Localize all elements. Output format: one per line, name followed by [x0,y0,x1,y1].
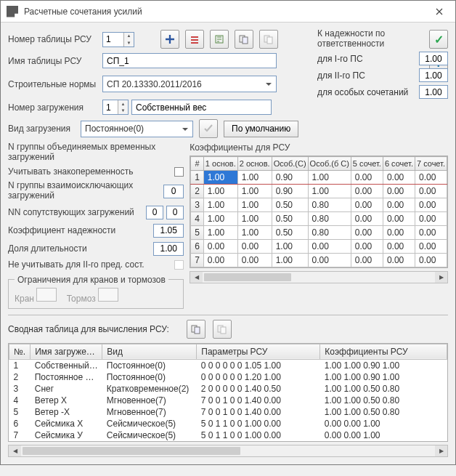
coeff-cell[interactable]: 1.00 [237,185,272,198]
coeff-cell[interactable]: 0.00 [415,171,447,185]
ps-special-input[interactable] [419,85,448,99]
coeff-cell[interactable]: 1.00 [272,240,308,254]
coeff-cell[interactable]: 0.00 [351,226,383,240]
coeff-cell[interactable]: 0.00 [203,240,237,254]
coeff-cell[interactable]: 1.00 [203,185,237,198]
nn2-input[interactable] [166,206,184,219]
coeff-cell[interactable]: 0.00 [383,185,415,198]
spin-down-icon[interactable]: ▼ [124,39,134,47]
app-icon [7,6,18,17]
coeff-cell[interactable]: 0.00 [383,198,415,212]
nmutex-input[interactable] [163,185,184,198]
table-no-input[interactable] [103,33,123,47]
reliab-coef-input[interactable] [153,224,184,238]
toolbar-btn-4[interactable] [259,30,278,49]
coeff-cell[interactable]: 0.00 [383,240,415,254]
coeff-cell[interactable]: 1.00 [272,254,308,267]
row-number[interactable]: 7 [191,254,204,267]
row-number[interactable]: 4 [191,212,204,226]
sign-var-checkbox[interactable] [174,167,184,177]
summary-copy-1[interactable] [187,320,205,339]
load-name-input[interactable] [131,100,272,115]
summary-row[interactable]: 3СнегКратковременное(2)2 0 0 0 0 0 1.40 … [9,383,447,395]
label-codes: Строительные нормы [8,79,102,89]
coeff-cell[interactable]: 0.00 [351,212,383,226]
coeff-cell[interactable]: 0.00 [415,212,447,226]
coeff-cell[interactable]: 0.00 [351,254,383,267]
coeff-cell[interactable]: 1.00 [308,171,351,185]
coeff-cell[interactable]: 0.00 [351,185,383,198]
coeff-cell[interactable]: 0.00 [237,254,272,267]
coeff-cell[interactable]: 0.00 [383,212,415,226]
coeff-cell[interactable]: 0.00 [415,254,447,267]
toolbar-btn-1[interactable] [185,30,204,49]
summary-row[interactable]: 1Собственный…Постоянное(0)0 0 0 0 0 0 1.… [9,359,447,371]
toolbar-btn-3[interactable] [235,30,253,49]
load-no-spinner[interactable]: ▲▼ [102,100,129,115]
skip-ps2-checkbox[interactable] [174,260,184,270]
coeff-cell[interactable]: 0.00 [308,254,351,267]
add-button[interactable] [160,30,179,49]
coeff-cell[interactable]: 1.00 [203,171,237,185]
coeff-table[interactable]: #1 основ.2 основ.Особ.(С)Особ.(б С)5 соч… [190,156,448,268]
coeff-cell[interactable]: 0.00 [351,240,383,254]
close-button[interactable] [423,1,455,23]
codes-combo[interactable]: СП 20.13330.2011/2016 [102,76,277,92]
coeff-cell[interactable]: 0.00 [351,171,383,185]
coeff-cell[interactable]: 0.00 [308,240,351,254]
coeff-cell[interactable]: 0.90 [272,185,308,198]
duration-input[interactable] [153,242,184,256]
row-number[interactable]: 2 [191,185,204,198]
toolbar-btn-2[interactable] [210,30,229,49]
ps1-input[interactable] [419,52,448,65]
coeff-cell[interactable]: 0.00 [415,240,447,254]
load-type-combo[interactable]: Постоянное(0) [81,121,193,137]
row-number[interactable]: 1 [191,171,204,185]
coeff-cell[interactable]: 0.00 [203,254,237,267]
coeff-cell[interactable]: 0.50 [272,226,308,240]
load-type-confirm[interactable] [199,119,218,138]
coeff-cell[interactable]: 0.00 [415,198,447,212]
load-no-input[interactable] [103,100,118,114]
coeff-cell[interactable]: 0.80 [308,198,351,212]
coeff-cell[interactable]: 1.00 [237,226,272,240]
coeff-cell[interactable]: 1.00 [308,185,351,198]
coeff-cell[interactable]: 0.50 [272,198,308,212]
ps2-input[interactable] [419,68,448,82]
coeff-cell[interactable]: 1.00 [203,226,237,240]
svg-rect-1 [191,39,198,41]
coeff-cell[interactable]: 0.00 [383,226,415,240]
coeff-cell[interactable]: 0.50 [272,212,308,226]
summary-row[interactable]: 6Сейсмика XСейсмическое(5)5 0 1 1 0 0 1.… [9,418,447,429]
row-number[interactable]: 3 [191,198,204,212]
coeff-cell[interactable]: 0.00 [383,171,415,185]
summary-table[interactable]: №.Имя загруже…ВидПараметры РСУКоэффициен… [8,343,448,442]
coeff-cell[interactable]: 1.00 [237,212,272,226]
table-name-input[interactable] [102,53,277,68]
row-number[interactable]: 6 [191,240,204,254]
summary-row[interactable]: 4Ветер XМгновенное(7)7 0 0 1 0 0 1.40 0.… [9,395,447,406]
summary-row[interactable]: 7Сейсмика УСейсмическое(5)5 0 1 1 0 0 1.… [9,429,447,441]
coeff-hscroll[interactable]: ◀▶ [190,271,448,283]
nn1-input[interactable] [146,206,163,219]
default-button[interactable]: По умолчанию [224,121,298,137]
summary-row[interactable]: 2Постоянное …Постоянное(0)0 0 0 0 0 0 1.… [9,371,447,383]
coeff-cell[interactable]: 1.00 [237,171,272,185]
coeff-cell[interactable]: 0.00 [351,198,383,212]
coeff-cell[interactable]: 1.00 [203,212,237,226]
summary-hscroll[interactable]: ◀▶ [8,445,448,457]
coeff-cell[interactable]: 1.00 [203,198,237,212]
summary-row[interactable]: 5Ветер -XМгновенное(7)7 0 0 1 0 0 1.40 0… [9,406,447,418]
coeff-cell[interactable]: 0.90 [272,171,308,185]
coeff-cell[interactable]: 1.00 [237,198,272,212]
coeff-cell[interactable]: 0.00 [415,185,447,198]
coeff-cell[interactable]: 0.00 [383,254,415,267]
coeff-cell[interactable]: 0.80 [308,212,351,226]
coeff-cell[interactable]: 0.00 [237,240,272,254]
coeff-cell[interactable]: 0.00 [415,226,447,240]
coeff-cell[interactable]: 0.80 [308,226,351,240]
row-number[interactable]: 5 [191,226,204,240]
table-no-spinner[interactable]: ▲▼ [102,32,134,47]
summary-copy-2[interactable] [213,320,232,339]
spin-up-icon[interactable]: ▲ [124,33,134,40]
